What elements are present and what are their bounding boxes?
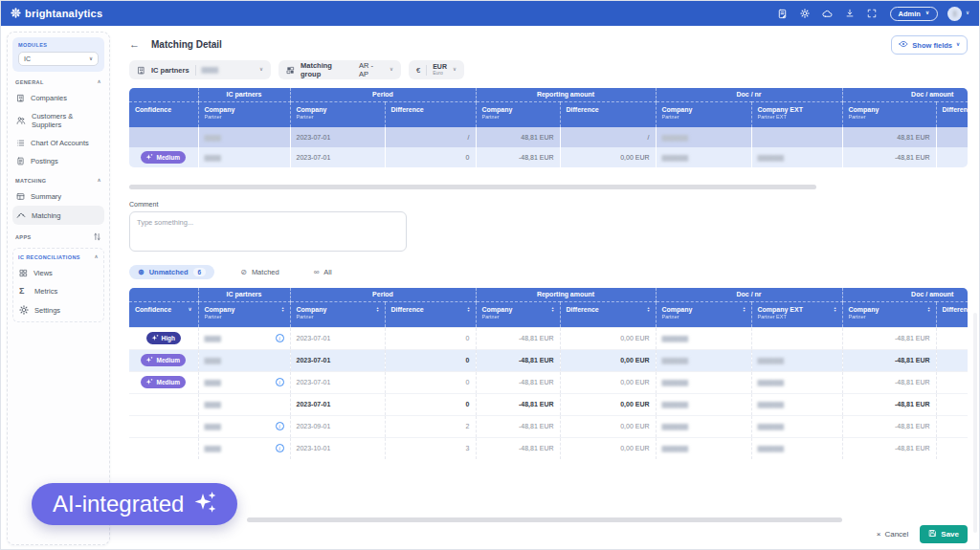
- sidebar-item-companies[interactable]: Companies: [12, 89, 104, 107]
- group-header: [129, 88, 198, 101]
- column-header[interactable]: Company▴▾Partner: [656, 301, 751, 327]
- ai-integrated-overlay: AI-integrated: [32, 483, 237, 525]
- match-row[interactable]: Medium█████2023-07-010-48,81 EUR0,00 EUR…: [129, 349, 968, 371]
- comment-label: Comment: [129, 201, 968, 208]
- column-header: CompanyPartner: [656, 101, 751, 127]
- ic-partners-filter[interactable]: IC partners █████ ∨: [129, 60, 271, 79]
- column-header[interactable]: Company▴▾Partner: [198, 301, 290, 327]
- sidebar-item-views[interactable]: Views: [15, 264, 101, 282]
- horizontal-scrollbar[interactable]: [129, 185, 968, 189]
- redacted-doc-nr-ext: ████████: [758, 424, 784, 429]
- column-header: CompanyPartner: [198, 101, 290, 127]
- group-header: IC partners: [198, 88, 290, 101]
- match-row[interactable]: █████2023-07-010-48,81 EUR0,00 EUR██████…: [129, 393, 968, 415]
- section-general[interactable]: GENERAL∧: [12, 72, 104, 89]
- group-header: Doc / amount: [842, 288, 968, 301]
- show-fields-button[interactable]: Show fields ∨: [891, 35, 968, 55]
- sidebar-item-customers-suppliers[interactable]: Customers & Suppliers: [12, 107, 104, 134]
- gear-icon[interactable]: [800, 9, 810, 18]
- column-header[interactable]: Difference▴▾: [936, 301, 968, 327]
- column-header[interactable]: Company▴▾Partner: [476, 301, 560, 327]
- tab-matched[interactable]: ⊘ Matched: [232, 265, 287, 279]
- column-header[interactable]: Difference▴▾: [560, 301, 656, 327]
- file-edit-icon[interactable]: [777, 9, 788, 19]
- section-ic-reconciliations[interactable]: IC RECONCILIATIONS∧: [15, 251, 101, 264]
- chevron-down-icon: ∨: [89, 56, 93, 62]
- cloud-icon[interactable]: [822, 9, 833, 19]
- sort-icon: ▴▾: [648, 306, 650, 312]
- redacted-doc-nr: ████████: [662, 446, 688, 451]
- download-icon[interactable]: [845, 9, 855, 18]
- section-apps[interactable]: APPS: [12, 225, 104, 246]
- redacted-company: █████: [205, 446, 221, 451]
- confidence-badge: Medium: [141, 376, 186, 388]
- match-row[interactable]: █████i2023-10-013-48,81 EUR0,00 EUR█████…: [129, 437, 968, 459]
- match-row[interactable]: █████2023-07-01/48,81 EUR/████████48,81 …: [129, 127, 968, 147]
- column-header[interactable]: Confidence∨: [129, 301, 198, 327]
- fullscreen-icon[interactable]: [867, 9, 877, 18]
- match-row[interactable]: Medium█████i2023-07-010-48,81 EUR0,00 EU…: [129, 371, 968, 393]
- apps-group: IC RECONCILIATIONS∧ Views Σ Metrics Sett…: [12, 248, 104, 322]
- tab-all[interactable]: ∞ All: [305, 265, 341, 279]
- admin-label: Admin: [899, 10, 921, 18]
- info-icon[interactable]: i: [276, 334, 284, 342]
- save-button[interactable]: Save: [920, 525, 968, 543]
- info-icon[interactable]: i: [276, 444, 284, 452]
- column-header: Difference: [936, 101, 968, 127]
- sort-arrows-icon: [93, 232, 101, 242]
- sidebar-item-summary[interactable]: Summary: [12, 187, 104, 206]
- redacted-doc-nr: ████████: [662, 358, 688, 363]
- top-bar: brightanalytics Admin ∨ █ ∨: [1, 1, 979, 26]
- cancel-button[interactable]: × Cancel: [877, 530, 909, 539]
- tab-unmatched[interactable]: ⊛ Unmatched 6: [129, 265, 214, 279]
- group-header: IC partners: [198, 288, 290, 301]
- redacted-company: █████: [205, 402, 221, 407]
- user-menu[interactable]: █ ∨: [947, 7, 969, 21]
- sidebar-item-matching[interactable]: Matching: [12, 206, 104, 225]
- sidebar-item-metrics[interactable]: Σ Metrics: [15, 282, 101, 300]
- avatar: █: [947, 7, 962, 21]
- info-icon[interactable]: i: [276, 422, 284, 430]
- gear-icon: [19, 305, 29, 315]
- match-row[interactable]: █████i2023-09-012-48,81 EUR0,00 EUR█████…: [129, 415, 968, 437]
- admin-menu[interactable]: Admin ∨: [890, 7, 938, 21]
- euro-symbol: €: [416, 66, 420, 75]
- redacted-doc-nr: ████████: [662, 336, 688, 341]
- sort-icon: ▴▾: [281, 306, 283, 312]
- column-header[interactable]: Company▴▾Partner: [290, 301, 385, 327]
- info-icon[interactable]: i: [276, 378, 284, 386]
- chevron-up-icon: ∧: [98, 79, 101, 85]
- group-header-row: IC partnersPeriodReporting amountDoc / n…: [129, 288, 968, 301]
- unmatched-icon: ⊛: [138, 268, 145, 276]
- confidence-badge: High: [146, 332, 181, 344]
- vertical-scrollbar[interactable]: [973, 313, 977, 533]
- sidebar-item-chart-of-accounts[interactable]: Chart Of Accounts: [12, 134, 104, 152]
- module-select[interactable]: IC ∨: [18, 52, 99, 66]
- matching-group-filter[interactable]: Matching group AR - AP ∨: [278, 60, 401, 79]
- column-header[interactable]: Company EXT▴▾Partner EXT: [751, 301, 842, 327]
- chevron-down-icon: ∨: [259, 67, 263, 73]
- checkerboard-icon: [286, 66, 295, 75]
- module-value: IC: [24, 55, 31, 62]
- sidebar-item-postings[interactable]: Postings: [12, 152, 104, 170]
- column-header-row: ConfidenceCompanyPartnerCompanyPartnerDi…: [129, 101, 968, 127]
- column-header: Confidence: [129, 101, 198, 127]
- group-header-row: IC partnersPeriodReporting amountDoc / n…: [129, 88, 968, 101]
- column-header: Difference: [560, 101, 656, 127]
- section-matching[interactable]: MATCHING∧: [12, 170, 104, 187]
- redacted-doc-nr-ext: ████████: [758, 155, 784, 161]
- column-header[interactable]: Company▴▾Partner: [842, 301, 936, 327]
- document-icon: [16, 157, 25, 165]
- back-arrow-icon[interactable]: ←: [129, 38, 140, 50]
- sparkle-icon: [145, 153, 153, 162]
- sort-icon: ▴▾: [928, 306, 930, 312]
- candidate-matches-table: IC partnersPeriodReporting amountDoc / n…: [129, 288, 968, 459]
- column-header[interactable]: Difference▴▾: [385, 301, 476, 327]
- sidebar-item-settings[interactable]: Settings: [15, 300, 101, 319]
- match-row[interactable]: High█████i2023-07-010-48,81 EUR0,00 EUR█…: [129, 327, 968, 349]
- comment-input[interactable]: [129, 211, 407, 252]
- match-row[interactable]: Medium█████2023-07-010-48,81 EUR0,00 EUR…: [129, 147, 968, 167]
- currency-filter[interactable]: € EUR Euro ∨: [409, 60, 464, 79]
- group-header: Period: [290, 288, 476, 301]
- horizontal-scrollbar[interactable]: [129, 517, 968, 522]
